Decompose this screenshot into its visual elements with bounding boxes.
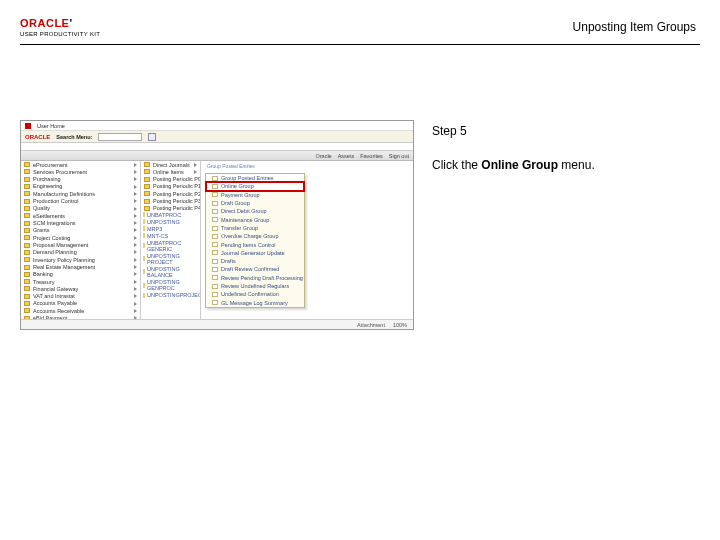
page-icon bbox=[212, 201, 218, 206]
page-icon bbox=[212, 275, 218, 280]
mid-subitem-label: UNPOSTING PROJECT bbox=[147, 253, 198, 265]
menu-item[interactable]: Journal Generator Update bbox=[206, 249, 304, 257]
sidebar-item-label: Real Estate Management bbox=[33, 264, 95, 270]
menu-item[interactable]: Undefined Confirmation bbox=[206, 290, 304, 298]
mid-subitem[interactable]: UNPOSTING bbox=[141, 218, 200, 225]
menu-item-label: Transfer Group bbox=[221, 225, 258, 231]
bar-icon bbox=[143, 269, 145, 274]
menu-item[interactable]: Pending Items Control bbox=[206, 241, 304, 249]
search-input[interactable] bbox=[98, 133, 142, 141]
signout-link[interactable]: Sign out bbox=[389, 153, 409, 159]
nav-sidebar: eProcurementServices ProcurementPurchasi… bbox=[21, 161, 141, 319]
chevron-right-icon bbox=[134, 170, 137, 174]
sidebar-item[interactable]: Demand Planning bbox=[21, 249, 140, 256]
sidebar-item[interactable]: VAT and Intrastat bbox=[21, 293, 140, 300]
menu-item-label: Review Pending Draft Processing bbox=[221, 275, 303, 281]
mid-subitem[interactable]: UNPOSTINGPROJECTS bbox=[141, 292, 200, 299]
bar-icon bbox=[143, 219, 145, 224]
mid-subitem[interactable]: UNPOSTING PROJECT bbox=[141, 252, 200, 265]
toolbar-link[interactable]: Oracle bbox=[315, 153, 331, 159]
mid-item[interactable]: Online Items bbox=[141, 168, 200, 175]
menu-item[interactable]: Review Pending Draft Processing bbox=[206, 274, 304, 282]
mid-subitem[interactable]: UNBATPROC bbox=[141, 211, 200, 218]
sidebar-item[interactable]: Banking bbox=[21, 271, 140, 278]
folder-icon bbox=[144, 206, 150, 211]
toolbar-link[interactable]: Assets bbox=[338, 153, 355, 159]
menu-item-label: Drafts bbox=[221, 258, 236, 264]
sidebar-item[interactable]: eSettlements bbox=[21, 212, 140, 219]
menu-item-online-group[interactable]: Online Group bbox=[206, 182, 304, 190]
sidebar-item[interactable]: Accounts Payable bbox=[21, 300, 140, 307]
chevron-right-icon bbox=[134, 163, 137, 167]
chevron-right-icon bbox=[134, 250, 137, 254]
mid-subitem-label: MRP3 bbox=[147, 226, 162, 232]
sidebar-item-label: Financial Gateway bbox=[33, 286, 78, 292]
sidebar-item[interactable]: Manufacturing Definitions bbox=[21, 190, 140, 197]
sidebar-item[interactable]: Real Estate Management bbox=[21, 263, 140, 270]
oracle-wordmark: ORACLE' bbox=[20, 17, 100, 29]
menu-item[interactable]: Direct Debit Group bbox=[206, 207, 304, 215]
menu-item[interactable]: Draft Review Confirmed bbox=[206, 265, 304, 273]
folder-icon bbox=[24, 272, 30, 277]
sidebar-item-label: Banking bbox=[33, 271, 53, 277]
page-icon bbox=[212, 242, 218, 247]
sidebar-item[interactable]: Inventory Policy Planning bbox=[21, 256, 140, 263]
menu-item[interactable]: Group Posted Entries bbox=[206, 174, 304, 182]
mid-subitem[interactable]: UNPOSTING GENPROC bbox=[141, 278, 200, 291]
sidebar-item-label: SCM Integrations bbox=[33, 220, 76, 226]
sidebar-item[interactable]: Accounts Receivable bbox=[21, 307, 140, 314]
page-icon bbox=[212, 234, 218, 239]
page-icon bbox=[212, 267, 218, 272]
mid-subitem[interactable]: MRP3 bbox=[141, 225, 200, 232]
folder-icon bbox=[24, 235, 30, 240]
menu-item[interactable]: GL Message Log Summary bbox=[206, 299, 304, 307]
folder-icon bbox=[24, 250, 30, 255]
sidebar-item[interactable]: Grants bbox=[21, 227, 140, 234]
sidebar-item[interactable]: Production Control bbox=[21, 198, 140, 205]
sidebar-item[interactable]: Proposal Management bbox=[21, 241, 140, 248]
menu-item[interactable]: Transfer Group bbox=[206, 224, 304, 232]
app-toolbar: Oracle Assets Favorites Sign out bbox=[21, 151, 413, 161]
sidebar-item[interactable]: Quality bbox=[21, 205, 140, 212]
sidebar-item[interactable]: Purchasing bbox=[21, 176, 140, 183]
sidebar-item-label: Accounts Payable bbox=[33, 300, 77, 306]
chevron-right-icon bbox=[194, 163, 197, 167]
menu-item[interactable]: Draft Group bbox=[206, 199, 304, 207]
mid-subitem[interactable]: UNBATPROC GENERIC bbox=[141, 239, 200, 252]
bar-icon bbox=[143, 283, 145, 288]
sidebar-item[interactable]: eBid Payment bbox=[21, 315, 140, 319]
mid-subitem[interactable]: UNPOSTING BALANCE bbox=[141, 265, 200, 278]
sidebar-item[interactable]: Treasury bbox=[21, 278, 140, 285]
chevron-right-icon bbox=[134, 272, 137, 276]
menu-item[interactable]: Drafts bbox=[206, 257, 304, 265]
menu-item[interactable]: Overdue Charge Group bbox=[206, 232, 304, 240]
menu-item[interactable]: Maintenance Group bbox=[206, 216, 304, 224]
chevron-right-icon bbox=[134, 294, 137, 298]
sidebar-item-label: Project Costing bbox=[33, 235, 70, 241]
sidebar-item-label: eBid Payment bbox=[33, 315, 67, 319]
menu-item-label: Journal Generator Update bbox=[221, 250, 285, 256]
toolbar-link[interactable]: Favorites bbox=[360, 153, 383, 159]
sidebar-item[interactable]: eProcurement bbox=[21, 161, 140, 168]
sidebar-item-label: Services Procurement bbox=[33, 169, 87, 175]
sidebar-item[interactable]: SCM Integrations bbox=[21, 220, 140, 227]
sidebar-item-label: Proposal Management bbox=[33, 242, 88, 248]
sidebar-item[interactable]: Services Procurement bbox=[21, 168, 140, 175]
sidebar-item[interactable]: Financial Gateway bbox=[21, 285, 140, 292]
menu-item-label: Online Group bbox=[221, 183, 254, 189]
sidebar-item[interactable]: Engineering bbox=[21, 183, 140, 190]
menu-item[interactable]: Payment Group bbox=[206, 191, 304, 199]
sidebar-item[interactable]: Project Costing bbox=[21, 234, 140, 241]
folder-icon bbox=[144, 199, 150, 204]
chevron-right-icon bbox=[134, 214, 137, 218]
folder-icon bbox=[144, 184, 150, 189]
step-instructions: Step 5 Click the Online Group menu. bbox=[432, 120, 700, 330]
mid-item[interactable]: Direct Journals bbox=[141, 161, 200, 168]
chevron-right-icon bbox=[134, 185, 137, 189]
search-go-button[interactable] bbox=[148, 133, 156, 141]
search-label: Search Menu: bbox=[56, 134, 92, 140]
mid-subitem-label: UNBATPROC GENERIC bbox=[147, 240, 198, 252]
mid-subitem[interactable]: MNT-CS bbox=[141, 232, 200, 239]
sidebar-item-label: VAT and Intrastat bbox=[33, 293, 75, 299]
menu-item[interactable]: Review Undefined Regulars bbox=[206, 282, 304, 290]
